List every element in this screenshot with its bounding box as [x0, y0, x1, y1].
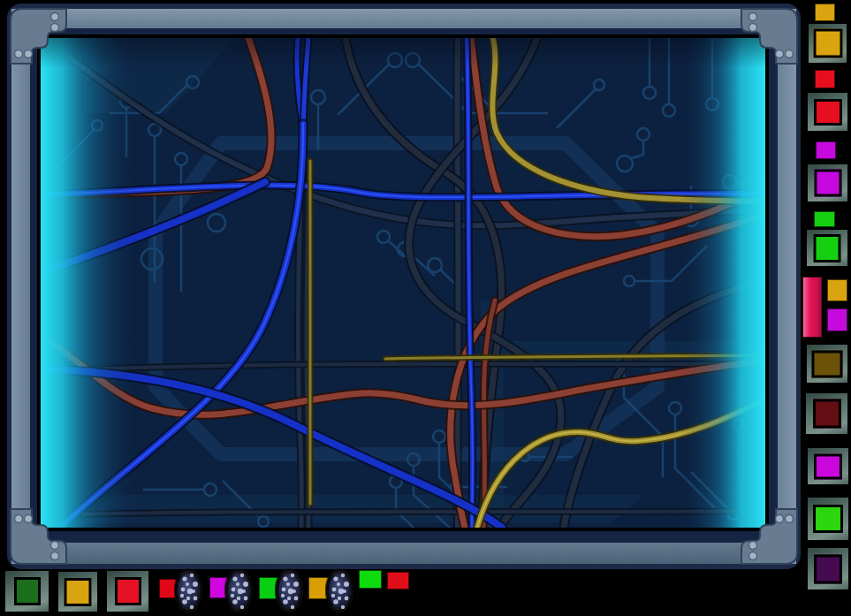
sidebar-color-button-maroon[interactable] — [804, 392, 849, 436]
toolbar-color-button-dark-green[interactable] — [4, 569, 50, 613]
toolbar-swatch-green-2[interactable] — [359, 570, 382, 589]
dark-wire-bottom-horizontal[interactable] — [41, 511, 765, 515]
glow-left — [41, 38, 138, 528]
sidebar-color-button-maroon-color-square — [813, 399, 841, 429]
sidebar-color-button-gold[interactable] — [807, 22, 848, 65]
sidebar-indicator-green — [814, 211, 835, 227]
sidebar-color-button-magenta[interactable] — [806, 163, 849, 203]
selection-chip-magenta[interactable] — [827, 308, 847, 331]
sidebar-color-button-green-color-square — [814, 234, 841, 262]
sidebar-color-button-purple-color-square — [814, 554, 842, 583]
dark-wire-vertical-c[interactable] — [457, 38, 458, 528]
top-shade — [41, 38, 765, 68]
sidebar-color-button-green[interactable] — [805, 228, 849, 268]
sidebar-indicator-gold — [815, 4, 835, 21]
sidebar-color-button-green-2[interactable] — [806, 496, 850, 542]
toolbar-color-button-gold-color-square — [65, 578, 92, 606]
toolbar-color-button-red-color-square — [115, 577, 141, 605]
sidebar-color-button-green-2-color-square — [813, 505, 843, 533]
sidebar-color-button-magenta-2[interactable] — [806, 446, 850, 486]
sidebar-indicator-magenta — [816, 141, 836, 159]
wire-spool-icon-red[interactable] — [174, 568, 202, 612]
toolbar-color-button-dark-green-color-square — [14, 577, 41, 605]
toolbar-swatch-red-2[interactable] — [387, 572, 409, 589]
selection-highlight-bar[interactable] — [802, 277, 822, 338]
game-stage — [0, 0, 851, 616]
circuit-board[interactable] — [41, 38, 765, 528]
wire-spool-icon-magenta[interactable] — [224, 568, 253, 612]
sidebar-color-button-magenta-2-color-square — [814, 453, 842, 479]
sidebar-color-button-purple[interactable] — [806, 546, 850, 591]
toolbar-color-button-red[interactable] — [105, 569, 150, 613]
sidebar-color-button-magenta-color-square — [814, 170, 841, 197]
sidebar-color-button-olive-color-square — [812, 350, 843, 377]
wire-spool-icon-gold[interactable] — [325, 568, 353, 612]
sidebar-color-button-red[interactable] — [806, 91, 849, 133]
glow-right — [680, 38, 765, 528]
toolbar-color-button-gold[interactable] — [57, 570, 99, 613]
wire-spool-icon-green[interactable] — [275, 568, 303, 612]
sidebar-color-button-red-color-square — [814, 99, 842, 125]
selection-chip-gold[interactable] — [827, 279, 847, 301]
sidebar-color-button-gold-color-square — [813, 29, 842, 58]
sidebar-color-button-olive[interactable] — [805, 343, 849, 384]
sidebar-indicator-red — [815, 70, 835, 88]
